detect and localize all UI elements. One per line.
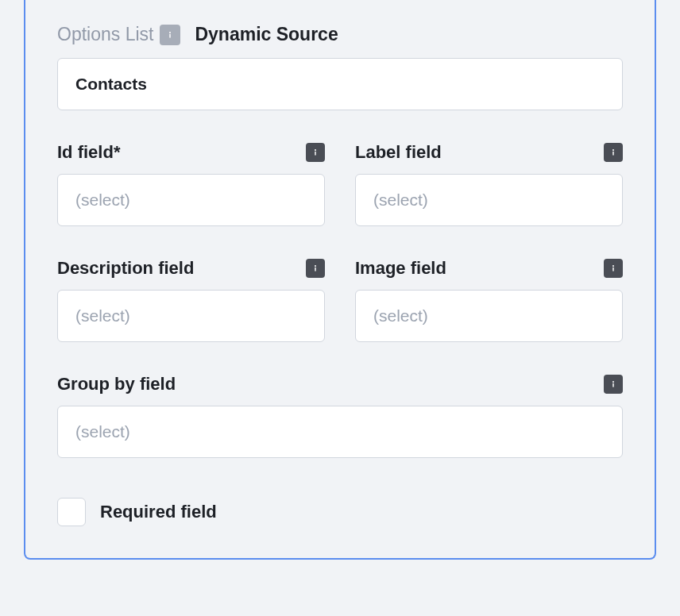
svg-point-1 <box>170 32 171 33</box>
group-by-field-select[interactable]: (select) <box>57 406 623 458</box>
image-field-label-row: Image field <box>355 258 623 279</box>
group-by-field-placeholder: (select) <box>75 422 130 441</box>
description-field-label-row: Description field <box>57 258 325 279</box>
required-row: Required field <box>57 498 623 526</box>
description-field-col: Description field (select) <box>57 258 325 342</box>
dynamic-source-input[interactable] <box>57 58 623 110</box>
description-field-label: Description field <box>57 258 194 279</box>
svg-point-9 <box>613 266 614 267</box>
svg-point-11 <box>613 382 614 383</box>
image-field-col: Image field (select) <box>355 258 623 342</box>
info-icon[interactable] <box>306 143 325 162</box>
tabs-row: Options List Dynamic Source <box>57 24 623 45</box>
info-icon[interactable] <box>306 259 325 278</box>
id-field-placeholder: (select) <box>75 191 130 209</box>
svg-point-5 <box>613 150 614 151</box>
info-icon[interactable] <box>604 375 623 394</box>
group-by-row: Group by field (select) <box>57 374 623 458</box>
image-field-label: Image field <box>355 258 446 279</box>
config-panel: Options List Dynamic Source Id field* <box>24 0 656 560</box>
label-field-select[interactable]: (select) <box>355 174 623 226</box>
description-field-select[interactable]: (select) <box>57 290 325 342</box>
row-description-image: Description field (select) Image field <box>57 258 623 342</box>
tab-options-list[interactable]: Options List <box>57 24 180 45</box>
id-field-select[interactable]: (select) <box>57 174 325 226</box>
group-by-label-row: Group by field <box>57 374 623 395</box>
label-field-col: Label field (select) <box>355 142 623 226</box>
id-field-label-row: Id field* <box>57 142 325 163</box>
group-by-field-label: Group by field <box>57 374 176 395</box>
info-icon[interactable] <box>160 25 180 45</box>
info-icon[interactable] <box>604 143 623 162</box>
tab-dynamic-source-label: Dynamic Source <box>195 24 338 44</box>
image-field-select[interactable]: (select) <box>355 290 623 342</box>
id-field-label: Id field* <box>57 142 120 163</box>
svg-point-7 <box>315 266 316 267</box>
info-icon[interactable] <box>604 259 623 278</box>
tab-options-list-label: Options List <box>57 24 153 45</box>
required-checkbox[interactable] <box>57 498 86 526</box>
image-field-placeholder: (select) <box>373 306 428 325</box>
tab-dynamic-source[interactable]: Dynamic Source <box>195 24 338 45</box>
id-field-col: Id field* (select) <box>57 142 325 226</box>
row-id-label: Id field* (select) Label field <box>57 142 623 226</box>
required-label: Required field <box>100 502 217 522</box>
label-field-label-row: Label field <box>355 142 623 163</box>
label-field-placeholder: (select) <box>373 191 428 209</box>
description-field-placeholder: (select) <box>75 306 130 325</box>
label-field-label: Label field <box>355 142 442 163</box>
svg-point-3 <box>315 150 316 151</box>
